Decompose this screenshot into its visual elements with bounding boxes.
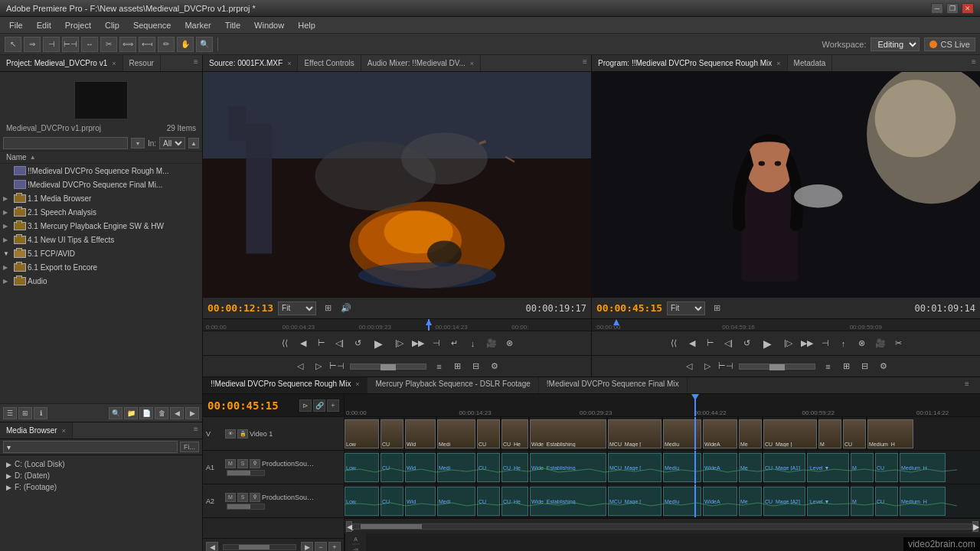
- audio-clip[interactable]: WideA: [703, 487, 737, 516]
- prog-jog-slider[interactable]: [739, 364, 815, 370]
- menu-clip[interactable]: Clip: [99, 19, 126, 31]
- new-bin-btn[interactable]: 📁: [124, 407, 138, 419]
- tab-source[interactable]: Source: 0001FX.MXF ×: [203, 55, 298, 71]
- video-clip[interactable]: Medi_: [437, 419, 475, 448]
- list-item[interactable]: ▶ 6.1 Export to Encore: [0, 260, 202, 274]
- prog-step-in-btn[interactable]: ◁|: [720, 335, 737, 352]
- source-menu-icon[interactable]: ≡: [579, 55, 591, 67]
- prog-add-marker-btn[interactable]: ◁: [681, 358, 697, 375]
- video-clip[interactable]: WideA: [703, 419, 737, 448]
- scroll-left-btn[interactable]: ◀: [346, 521, 352, 532]
- menu-window[interactable]: Window: [248, 19, 290, 31]
- prog-mark-out-btn[interactable]: ⊣: [817, 335, 834, 352]
- tab-project-close[interactable]: ×: [112, 60, 116, 67]
- prog-shuttle-btn[interactable]: ≡: [820, 358, 837, 375]
- close-button[interactable]: ✕: [962, 3, 974, 14]
- list-item[interactable]: ▶ Audio: [0, 274, 202, 288]
- source-loop-btn[interactable]: ↺: [350, 335, 367, 352]
- audio-clip[interactable]: Mediu: [663, 453, 701, 482]
- drive-c[interactable]: ▶ C: (Local Disk): [3, 458, 199, 470]
- audio-clip[interactable]: CU_: [477, 487, 500, 516]
- audio-clip[interactable]: Wide_Establishing: [530, 487, 606, 516]
- linked-btn[interactable]: 🔗: [313, 399, 325, 412]
- program-timecode-in[interactable]: 00:00:45:15: [596, 302, 662, 314]
- menu-edit[interactable]: Edit: [31, 19, 57, 31]
- tab-project[interactable]: Project: Medieval_DVCPro v1 ×: [0, 55, 123, 71]
- tool-rate-stretch[interactable]: ↔: [81, 37, 98, 52]
- a2-level-slider[interactable]: [227, 504, 265, 510]
- add-tracks-btn[interactable]: +: [327, 399, 339, 412]
- tl-scroll-thumb[interactable]: [239, 545, 270, 549]
- scroll-left-btn[interactable]: ◀: [170, 407, 184, 419]
- source-overwrite-btn[interactable]: ↓: [465, 335, 482, 352]
- sort-btn[interactable]: ▾: [131, 138, 145, 148]
- h-scroll-thumb[interactable]: [361, 524, 422, 529]
- timeline-scroll-bar[interactable]: ◀ ▶: [345, 518, 980, 533]
- a1-level-slider[interactable]: [227, 470, 265, 476]
- video-clip[interactable]: Mediu: [663, 419, 701, 448]
- tool-razor[interactable]: ✂: [100, 37, 117, 52]
- tab-timeline-1[interactable]: !!Medieval DVCPro Sequence Rough Mix ×: [203, 377, 368, 393]
- menu-marker[interactable]: Marker: [178, 19, 217, 31]
- video-clip[interactable]: Low_: [345, 419, 379, 448]
- a2-mute-btn[interactable]: M: [225, 493, 236, 502]
- media-browser-menu-icon[interactable]: ≡: [190, 422, 202, 435]
- audio-clip[interactable]: Medi_: [437, 487, 475, 516]
- video-clip[interactable]: Wide_Establishing: [530, 419, 606, 448]
- prog-prev-marker-btn[interactable]: ▷: [699, 358, 716, 375]
- audio-clip[interactable]: M: [851, 487, 874, 516]
- audio-clip[interactable]: Me: [739, 453, 762, 482]
- prog-jog-handle[interactable]: [769, 364, 785, 370]
- audio-clip[interactable]: CU_Mage [A1]: [763, 453, 805, 482]
- audio-clip[interactable]: CU_: [875, 487, 898, 516]
- video-clip[interactable]: Medium_H: [867, 419, 913, 448]
- tab-effect-controls[interactable]: Effect Controls: [298, 55, 361, 71]
- tab-timeline-2[interactable]: Mercury Playback Sequence - DSLR Footage: [368, 377, 538, 393]
- list-item[interactable]: ▶ 1.1 Media Browser: [0, 191, 202, 205]
- audio-clip[interactable]: MCU_Mage [: [608, 487, 662, 516]
- audio-clip[interactable]: Low_: [345, 453, 379, 482]
- media-browser-path-select[interactable]: ▾: [3, 441, 178, 453]
- source-play-btn[interactable]: ▶: [368, 333, 390, 354]
- tl-scrollbar[interactable]: [223, 544, 296, 550]
- source-output-btn[interactable]: 🔊: [339, 302, 353, 315]
- menu-help[interactable]: Help: [292, 19, 322, 31]
- audio-clip[interactable]: CU_He: [501, 453, 528, 482]
- list-view-btn[interactable]: ☰: [3, 407, 17, 419]
- a1-mute-btn[interactable]: M: [225, 459, 236, 468]
- tab-audio-mixer[interactable]: Audio Mixer: !!Medieval DV... ×: [361, 55, 481, 71]
- audio-clip[interactable]: Wide_Establishing: [530, 453, 606, 482]
- media-browser-filter[interactable]: Fi...: [180, 442, 199, 452]
- source-step-back-btn[interactable]: ⟨⟨: [276, 335, 293, 352]
- prog-mark-in-btn[interactable]: ⊢: [702, 335, 719, 352]
- prog-loop-btn[interactable]: ↺: [739, 335, 756, 352]
- video-clip[interactable]: CU_: [477, 419, 500, 448]
- audio-clip[interactable]: Medium_H: [900, 453, 946, 482]
- tl-scroll-left[interactable]: ◀: [206, 542, 218, 552]
- prog-step-out-btn[interactable]: |▷: [780, 335, 797, 352]
- scroll-right-btn[interactable]: ▶: [185, 407, 199, 419]
- audio-clip[interactable]: CU_He: [501, 487, 528, 516]
- tool-ripple[interactable]: ⊣: [43, 37, 60, 52]
- audio-clip[interactable]: M: [851, 453, 874, 482]
- source-jog-slider[interactable]: [350, 364, 426, 370]
- tl-scroll-right[interactable]: ▶: [301, 542, 313, 552]
- audio-clip[interactable]: :Level ▼: [807, 453, 849, 482]
- menu-title[interactable]: Title: [219, 19, 247, 31]
- video-clip[interactable]: CU_: [381, 419, 403, 448]
- audio-clip[interactable]: :Level ▼: [807, 487, 849, 516]
- minimize-button[interactable]: ─: [931, 3, 943, 14]
- source-settings-btn[interactable]: ⚙: [486, 358, 503, 375]
- source-multi-cam-btn[interactable]: ⊟: [468, 358, 485, 375]
- video-lock-btn[interactable]: 🔒: [237, 429, 248, 439]
- source-step-out-btn[interactable]: |▷: [391, 335, 408, 352]
- list-item[interactable]: ▶ 2.1 Speech Analysis: [0, 205, 202, 219]
- menu-file[interactable]: File: [3, 19, 29, 31]
- search-btn[interactable]: 🔍: [109, 407, 122, 419]
- audio-clip[interactable]: CU_: [477, 453, 500, 482]
- tl-zoom-in[interactable]: +: [328, 542, 341, 552]
- video-clip[interactable]: CU_Mage [: [763, 419, 817, 448]
- source-forward-btn[interactable]: ▶▶: [410, 335, 426, 352]
- prog-play-btn[interactable]: ▶: [757, 333, 779, 354]
- tab-media-browser-close[interactable]: ×: [62, 427, 66, 435]
